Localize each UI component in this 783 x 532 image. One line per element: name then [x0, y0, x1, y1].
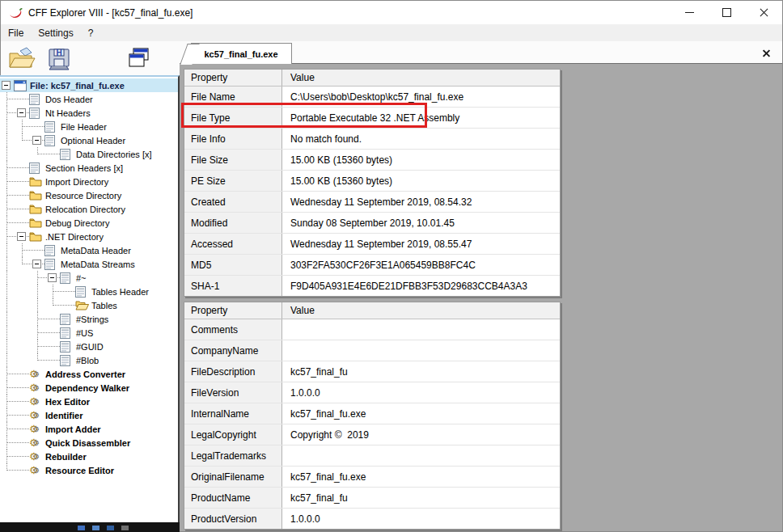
tab-strip: kc57_final_fu.exe [180, 41, 782, 64]
tree-expander-icon[interactable] [17, 108, 26, 117]
tab-kc57-final-fu-exe[interactable]: kc57_final_fu.exe [191, 43, 292, 64]
tree-connector [0, 381, 29, 395]
maximize-button[interactable] [708, 1, 745, 24]
table-header-row: Property Value [184, 302, 560, 319]
property-row-productversion[interactable]: ProductVersion1.0.0.0 [184, 509, 560, 529]
property-row-md5[interactable]: MD5303F2FA530CF26F3E1A065459BB8FC4C [184, 255, 560, 276]
file-properties-table: Property Value File NameC:\Users\bob\Des… [184, 69, 561, 297]
close-button[interactable] [745, 1, 782, 24]
tree-guide-line [0, 257, 15, 271]
property-row-originalfilename[interactable]: OriginalFilenamekc57_final_fu.exe [184, 467, 560, 488]
tree-item-metadata-header[interactable]: MetaData Header [0, 243, 178, 257]
property-row-legaltrademarks[interactable]: LegalTrademarks [184, 445, 560, 467]
property-row-productname[interactable]: ProductNamekc57_final_fu [184, 488, 560, 509]
tree-item-file-kc57-final-fu-exe[interactable]: File: kc57_final_fu.exe [0, 78, 178, 92]
tree-item-strings[interactable]: #Strings [0, 312, 178, 326]
tree-expander-icon[interactable] [32, 136, 41, 145]
tree-guide-line [0, 285, 15, 298]
folder-icon [29, 189, 43, 202]
tree-item-us[interactable]: #US [0, 326, 178, 340]
tree-expander-icon[interactable] [32, 260, 41, 268]
tree-connector [15, 120, 44, 133]
property-row-companyname[interactable]: CompanyName [184, 340, 560, 361]
tree-guide-line [0, 340, 15, 353]
tree-expander-icon[interactable] [48, 273, 57, 282]
tree-item-net-directory[interactable]: .NET Directory [0, 230, 178, 243]
tree-item-identifier[interactable]: ⚙⚙Identifier [0, 408, 178, 422]
folder-open-icon [75, 299, 89, 312]
property-value: 303F2FA530CF26F3E1A065459BB8FC4C [282, 255, 560, 275]
property-row-file-info[interactable]: File InfoNo match found. [184, 129, 560, 150]
property-value: Wednesday 11 September 2019, 08.55.47 [282, 234, 560, 254]
tree-guide-line [0, 120, 15, 133]
document-icon [44, 244, 58, 257]
tree-item-relocation-directory[interactable]: Relocation Directory [0, 202, 178, 216]
property-row-file-type[interactable]: File TypePortable Executable 32 .NET Ass… [184, 108, 560, 129]
property-name: OriginalFilename [184, 467, 282, 487]
menu-settings[interactable]: Settings [31, 24, 80, 41]
chili-app-icon [8, 6, 23, 19]
cascade-windows-button[interactable] [124, 45, 153, 71]
property-row-comments[interactable]: Comments [184, 319, 560, 340]
property-row-modified[interactable]: ModifiedSunday 08 September 2019, 10.01.… [184, 213, 560, 234]
tree-item-resource-editor[interactable]: ⚙⚙Resource Editor [0, 463, 178, 477]
tree-item-import-directory[interactable]: Import Directory [0, 175, 178, 188]
tree-item-label: Dos Header [45, 94, 95, 105]
tree-item-data-directories-x[interactable]: Data Directories [x] [0, 147, 178, 161]
gears-icon: ⚙⚙ [29, 395, 43, 408]
tree-item-[interactable]: #~ [0, 271, 178, 285]
tree-guide-line [0, 353, 15, 367]
tree-item-blob[interactable]: #Blob [0, 353, 178, 367]
menu-file[interactable]: File [1, 24, 31, 41]
tree-item-debug-directory[interactable]: Debug Directory [0, 216, 178, 230]
tree-item-label: Resource Editor [45, 465, 116, 476]
tree-item-tables[interactable]: Tables [0, 298, 178, 312]
tree-connector [0, 230, 29, 243]
tree-item-file-header[interactable]: File Header [0, 120, 178, 133]
tree-connector [0, 106, 29, 120]
tree-item-import-adder[interactable]: ⚙⚙Import Adder [0, 422, 178, 436]
property-row-pe-size[interactable]: PE Size15.00 KB (15360 bytes) [184, 171, 560, 192]
tree-item-section-headers-x[interactable]: Section Headers [x] [0, 161, 178, 175]
tree-connector [46, 285, 75, 298]
tree-item-tables-header[interactable]: Tables Header [0, 285, 178, 298]
minimize-button[interactable] [671, 1, 708, 24]
tree-item-quick-disassembler[interactable]: ⚙⚙Quick Disassembler [0, 436, 178, 450]
menu-help[interactable]: ? [81, 24, 101, 41]
property-row-file-size[interactable]: File Size15.00 KB (15360 bytes) [184, 150, 560, 171]
property-value: 1.0.0.0 [282, 382, 560, 403]
tree-item-rebuilder[interactable]: ⚙⚙Rebuilder [0, 450, 178, 463]
tree-item-nt-headers[interactable]: Nt Headers [0, 106, 178, 120]
document-icon [29, 162, 43, 175]
property-value: Wednesday 11 September 2019, 08.54.32 [282, 192, 560, 212]
property-row-fileversion[interactable]: FileVersion1.0.0.0 [184, 382, 560, 403]
property-row-internalname[interactable]: InternalNamekc57_final_fu.exe [184, 403, 560, 424]
tree-expander-icon[interactable] [17, 232, 26, 241]
tree-item-label: #Strings [76, 314, 111, 325]
tree-connector [31, 340, 60, 353]
tree-item-address-converter[interactable]: ⚙⚙Address Converter [0, 367, 178, 381]
property-row-accessed[interactable]: AccessedWednesday 11 September 2019, 08.… [184, 234, 560, 255]
document-icon [75, 285, 89, 298]
tree-connector [0, 422, 29, 436]
property-row-sha-1[interactable]: SHA-1F9D405A931E4E6DE21DFBB3F53D29683CCB… [184, 276, 560, 296]
property-row-legalcopyright[interactable]: LegalCopyrightCopyright © 2019 [184, 424, 560, 445]
tree-item-dos-header[interactable]: Dos Header [0, 92, 178, 106]
tree-item-hex-editor[interactable]: ⚙⚙Hex Editor [0, 395, 178, 408]
tree-item-metadata-streams[interactable]: MetaData Streams [0, 257, 178, 271]
open-file-button[interactable] [7, 45, 36, 71]
property-row-created[interactable]: CreatedWednesday 11 September 2019, 08.5… [184, 192, 560, 213]
tree-item-optional-header[interactable]: Optional Header [0, 133, 178, 147]
save-file-button[interactable]: H [44, 45, 74, 71]
tree-guide-line [0, 298, 15, 312]
tab-close-button[interactable] [762, 49, 771, 57]
tree-expander-icon[interactable] [2, 81, 11, 90]
property-row-filedescription[interactable]: FileDescriptionkc57_final_fu [184, 361, 560, 382]
tree-item-dependency-walker[interactable]: ⚙⚙Dependency Walker [0, 381, 178, 395]
tree-item-resource-directory[interactable]: Resource Directory [0, 188, 178, 202]
tree-item-guid[interactable]: #GUID [0, 340, 178, 353]
tree-connector [0, 367, 29, 381]
tree-connector [0, 92, 29, 106]
property-row-file-name[interactable]: File NameC:\Users\bob\Desktop\kc57_final… [184, 87, 560, 108]
tree-item-label: Dependency Walker [45, 382, 132, 394]
